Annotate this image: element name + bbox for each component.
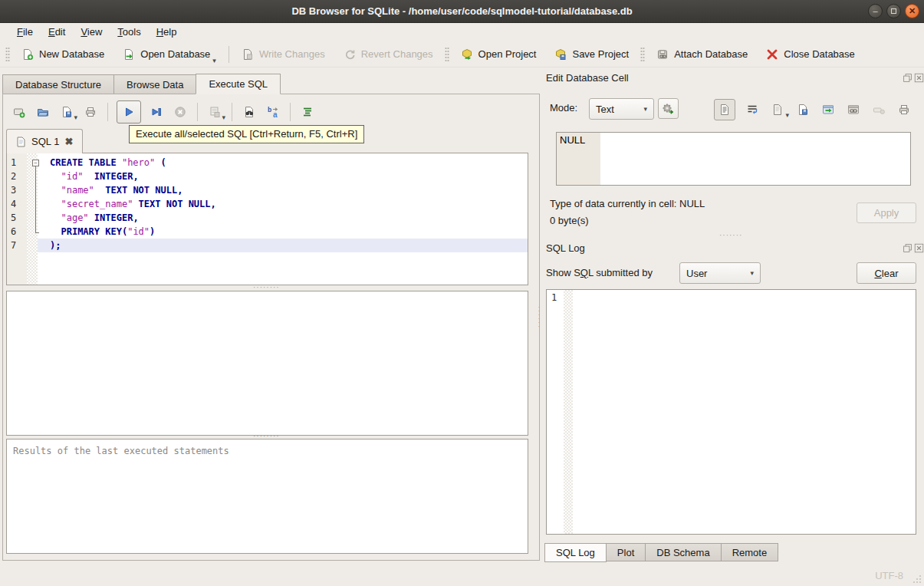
editor-line-3[interactable]: 3 "name" TEXT NOT NULL, [7,183,528,197]
line-number: 4 [11,197,26,211]
word-wrap-button[interactable] [744,101,761,118]
text-mode-button[interactable] [714,99,735,120]
save-sql-file-icon [61,106,73,118]
close-dock-icon[interactable] [914,243,924,253]
bottom-tab-remote[interactable]: Remote [722,543,779,561]
execution-log-pane[interactable]: Results of the last executed statements [6,439,528,554]
cell-type-info: Type of data currently in cell: NULL [550,198,705,209]
find-button[interactable] [241,104,258,120]
menu-edit[interactable]: Edit [41,23,73,41]
close-database-button[interactable]: Close Database [757,43,864,66]
new-sql-tab-button[interactable] [11,104,28,120]
sql-log-view[interactable]: 1 [546,289,916,535]
link-button[interactable] [845,101,862,118]
open-database-button[interactable]: Open Database▾ [113,43,225,66]
titlebar[interactable]: DB Browser for SQLite - /home/user/code/… [0,0,924,23]
print-icon [898,104,910,116]
tab-database-structure[interactable]: Database Structure [2,74,113,94]
close-dock-icon[interactable] [914,73,924,83]
menu-view[interactable]: View [73,23,110,41]
open-project-button[interactable]: Open Project [452,43,546,66]
attach-database-button[interactable]: Attach Database [647,43,757,66]
bottom-tab-plot[interactable]: Plot [607,543,646,561]
edit-cell-dock-buttons [903,73,924,83]
print-button[interactable] [82,104,99,120]
results-grid-pane[interactable] [6,291,528,436]
open-database-icon [123,48,135,61]
bottom-tab-bar: SQL LogPlotDB SchemaRemote [544,543,778,562]
toolbar-handle [640,47,645,62]
results-placeholder-text: Results of the last executed statements [13,446,229,456]
bottom-tab-db-schema[interactable]: DB Schema [646,543,721,561]
open-file-button: ▾ [769,101,786,118]
new-database-button[interactable]: New Database [12,43,113,66]
editor-line-5[interactable]: 5 "age" INTEGER, [7,211,528,225]
clear-button[interactable]: Clear [857,262,916,284]
fold-marker-icon[interactable]: − [32,160,39,166]
mode-select-value: Text [596,104,614,115]
revert-changes-button: Revert Changes [334,43,442,66]
maximize-button[interactable] [886,4,901,18]
chevron-down-icon[interactable]: ▾ [212,58,216,64]
execute-all-button[interactable] [117,100,141,123]
tab-execute-sql[interactable]: Execute SQL [196,74,281,94]
auto-apply-button[interactable] [658,98,679,119]
minimize-button[interactable]: – [868,4,883,18]
save-file-icon [797,104,809,116]
menu-help[interactable]: Help [149,23,185,41]
tab-browse-data[interactable]: Browse Data [113,74,196,94]
float-dock-icon[interactable] [903,243,912,253]
sql-editor-tab[interactable]: SQL 1 ✖ [6,129,83,153]
open-file-icon [771,104,784,116]
toolbar-handle [5,47,10,62]
find-replace-icon: ba [267,106,279,118]
menu-file[interactable]: File [9,23,41,41]
save-file-button[interactable] [794,101,811,118]
save-results-icon [209,106,221,118]
editor-line-1[interactable]: 1CREATE TABLE "hero" ( [7,156,528,170]
format-sql-button[interactable] [299,104,316,120]
new-database-icon [21,48,34,61]
toolbar-separator [107,103,108,121]
float-dock-icon[interactable] [903,73,912,83]
chevron-down-icon[interactable]: ▾ [222,114,225,121]
svg-text:a: a [273,110,278,118]
link-icon [847,104,860,116]
open-sql-file-button[interactable] [35,104,51,120]
vertical-splitter-handle[interactable]: ······ [536,305,542,328]
window-title: DB Browser for SQLite - /home/user/code/… [0,0,924,23]
print-icon [84,106,97,118]
bottom-tab-sql-log[interactable]: SQL Log [544,543,607,562]
line-number: 2 [11,170,26,183]
close-button[interactable]: ✕ [905,4,919,18]
close-sql-tab-icon[interactable]: ✖ [64,136,73,147]
set-null-button [870,101,887,118]
cell-value-editor[interactable]: NULL [556,132,911,186]
editor-line-7[interactable]: 7); [7,239,528,252]
sql-log-filter-select[interactable]: User ▾ [679,262,761,284]
text-mode-icon [718,104,731,116]
cell-value: NULL [560,134,585,146]
export-button[interactable] [820,101,837,118]
mode-select[interactable]: Text ▾ [589,98,654,120]
save-sql-file-button[interactable]: ▾ [58,104,75,120]
execute-current-line-button[interactable] [148,104,165,120]
splitter-handle[interactable]: ········ [253,286,288,290]
splitter-handle[interactable]: ······· [719,234,750,238]
find-icon [243,106,255,118]
menu-tools[interactable]: Tools [110,23,148,41]
resize-grip[interactable] [912,574,922,584]
execute-current-line-icon [150,106,163,118]
print-button[interactable] [896,101,912,118]
chevron-down-icon[interactable]: ▾ [74,114,77,121]
toolbar-separator [290,103,291,121]
editor-line-2[interactable]: 2 "id" INTEGER, [7,170,528,183]
chevron-down-icon[interactable]: ▾ [785,112,789,119]
gear-arrow-icon [662,102,676,116]
write-changes-icon [242,48,254,61]
find-replace-button[interactable]: ba [265,104,281,120]
save-project-button[interactable]: Save Project [545,43,638,66]
sql-editor[interactable]: 1CREATE TABLE "hero" (2 "id" INTEGER,3 "… [6,153,528,285]
editor-line-4[interactable]: 4 "secret_name" TEXT NOT NULL, [7,197,528,211]
editor-line-6[interactable]: 6 PRIMARY KEY("id") [7,225,528,239]
